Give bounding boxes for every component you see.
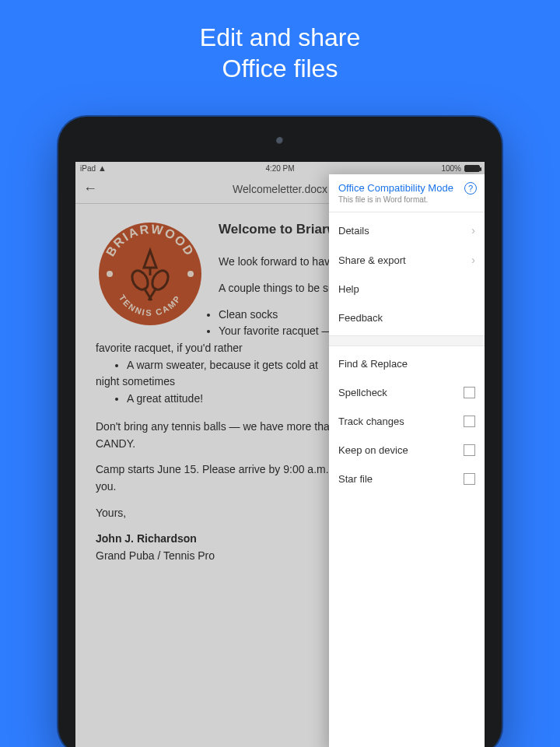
hero-line2: Office files (0, 53, 560, 84)
star-file-checkbox[interactable] (464, 473, 475, 485)
status-bar: iPad ▲ 4:20 PM 100% (75, 162, 485, 174)
ocm-title: Office Compatibility Mode (338, 182, 475, 194)
ocm-subtitle: This file is in Word format. (338, 195, 475, 204)
chevron-right-icon: › (471, 254, 475, 266)
svg-point-3 (107, 271, 113, 277)
battery-icon (464, 165, 480, 172)
menu-share-export[interactable]: Share & export › (329, 245, 485, 275)
chevron-right-icon: › (471, 224, 475, 237)
office-compat-banner: Office Compatibility Mode This file is i… (329, 174, 485, 212)
hero-line1: Edit and share (0, 22, 560, 53)
menu-keep-on-device[interactable]: Keep on device (329, 436, 485, 465)
menu-help[interactable]: Help (329, 275, 485, 303)
keep-on-device-checkbox[interactable] (464, 444, 475, 456)
svg-point-4 (187, 271, 194, 277)
screen: iPad ▲ 4:20 PM 100% ← Welcomeletter.docx (75, 162, 485, 747)
status-time: 4:20 PM (75, 164, 485, 173)
sig-name: John J. Richardson (96, 532, 197, 545)
menu-star-file[interactable]: Star file (329, 465, 485, 493)
tablet-frame: iPad ▲ 4:20 PM 100% ← Welcomeletter.docx (58, 117, 502, 747)
tablet-camera (276, 137, 284, 145)
menu-details[interactable]: Details › (329, 216, 485, 245)
briarwood-logo: BRIARWOOD TENNIS CAMP (96, 219, 205, 328)
help-icon[interactable]: ? (464, 182, 477, 195)
sig-title: Grand Puba / Tennis Pro (96, 549, 215, 562)
menu-find-replace[interactable]: Find & Replace (329, 349, 485, 378)
spellcheck-checkbox[interactable] (464, 387, 475, 398)
menu-feedback[interactable]: Feedback (329, 303, 485, 332)
hero-text: Edit and share Office files (0, 0, 560, 84)
menu-spellcheck[interactable]: Spellcheck (329, 378, 485, 407)
track-changes-checkbox[interactable] (464, 416, 475, 427)
options-panel: Office Compatibility Mode This file is i… (329, 174, 485, 747)
menu-track-changes[interactable]: Track changes (329, 407, 485, 436)
